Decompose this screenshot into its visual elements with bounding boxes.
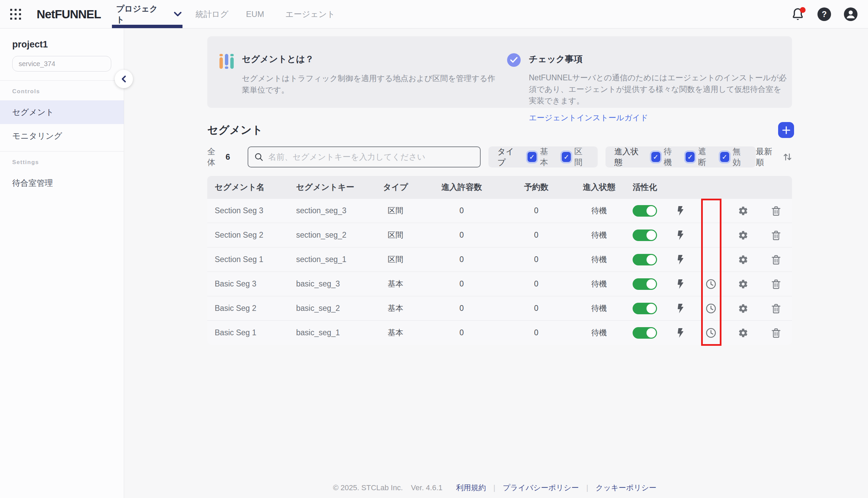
table-row[interactable]: Section Seg 2 section_seg_2 区間 0 0 待機 (207, 223, 792, 247)
filter-checkbox-section[interactable]: ✓ 区間 (562, 146, 589, 168)
lightning-icon[interactable] (677, 254, 684, 265)
gear-icon[interactable] (738, 279, 748, 289)
sidebar-collapse-button[interactable] (115, 70, 133, 88)
apps-grid-glyph (10, 9, 21, 20)
tab-eum[interactable]: EUM (246, 0, 264, 28)
allowed-count-cell: 0 (424, 279, 499, 288)
table-header-row: セグメント名 セグメントキー タイプ 進入許容数 予約数 進入状態 活性化 (207, 176, 792, 198)
col-header-key: セグメントキー (289, 182, 367, 193)
gear-icon[interactable] (738, 254, 748, 265)
table-row[interactable]: Basic Seg 2 basic_seg_2 基本 0 0 待機 (207, 296, 792, 320)
reserved-count-cell: 0 (499, 231, 573, 240)
help-icon[interactable]: ? (817, 7, 831, 21)
allowed-count-cell: 0 (424, 328, 499, 337)
filter-checkbox-blocked[interactable]: ✓ 遮断 (686, 146, 713, 168)
banner-left-desc: セグメントはトラフィック制御を適用する地点および区間を管理する作業単位です。 (242, 73, 500, 96)
trash-icon[interactable] (771, 328, 781, 338)
service-select[interactable]: service_374 (12, 56, 111, 71)
segment-key-cell: basic_seg_1 (289, 328, 367, 337)
col-header-status: 進入状態 (573, 182, 624, 193)
search-input[interactable] (268, 152, 474, 162)
account-icon[interactable] (844, 7, 858, 21)
tab-project[interactable]: プロジェクト (111, 0, 181, 28)
checkbox-checked-icon[interactable]: ✓ (720, 152, 729, 162)
table-row[interactable]: Basic Seg 1 basic_seg_1 基本 0 0 待機 (207, 320, 792, 345)
toggle-knob (647, 279, 656, 289)
col-header-name: セグメント名 (207, 182, 289, 193)
footer-version: Ver. 4.6.1 (411, 483, 443, 492)
lightning-icon[interactable] (677, 279, 684, 289)
trash-icon[interactable] (771, 206, 781, 216)
trash-icon[interactable] (771, 230, 781, 240)
gear-icon[interactable] (738, 206, 748, 216)
active-toggle[interactable] (633, 254, 657, 265)
filter-disabled-label: 無効 (733, 146, 747, 168)
segment-type-cell: 基本 (367, 303, 424, 314)
clock-icon[interactable] (705, 303, 716, 314)
toggle-knob (647, 304, 656, 313)
active-toggle[interactable] (633, 327, 657, 339)
table-row[interactable]: Section Seg 3 section_seg_3 区間 0 0 待機 (207, 198, 792, 223)
lightning-icon[interactable] (677, 230, 684, 240)
tab-project-label: プロジェクト (116, 3, 166, 25)
notification-bell-icon[interactable] (791, 7, 805, 21)
footer-link-terms[interactable]: 利用規約 (456, 483, 486, 493)
trash-icon[interactable] (771, 279, 781, 289)
table-row[interactable]: Section Seg 1 section_seg_1 区間 0 0 待機 (207, 247, 792, 272)
tab-statistics-log[interactable]: 統計ログ (195, 0, 228, 28)
banner-right-title: チェック事項 (529, 53, 788, 65)
trash-icon[interactable] (771, 254, 781, 265)
notification-badge (800, 7, 806, 13)
filter-basic-label: 基本 (540, 146, 555, 168)
trash-icon[interactable] (771, 303, 781, 314)
filter-checkbox-basic[interactable]: ✓ 基本 (528, 146, 555, 168)
gear-icon[interactable] (738, 328, 748, 338)
active-toggle[interactable] (633, 205, 657, 217)
segment-key-cell: basic_seg_2 (289, 304, 367, 313)
apps-grid-icon[interactable] (9, 8, 22, 21)
checkbox-checked-icon[interactable]: ✓ (686, 152, 695, 162)
clock-icon[interactable] (705, 327, 716, 338)
filter-waiting-label: 待機 (664, 146, 678, 168)
reserved-count-cell: 0 (499, 328, 573, 337)
segment-search-box[interactable] (248, 146, 481, 168)
sidebar-item-segment[interactable]: セグメント (0, 100, 124, 124)
footer-link-cookie[interactable]: クッキーポリシー (596, 483, 656, 493)
banner-left-title: セグメントとは？ (242, 53, 500, 65)
filter-checkbox-disabled[interactable]: ✓ 無効 (720, 146, 747, 168)
footer-link-privacy[interactable]: プライバシーポリシー (503, 483, 579, 493)
status-filter-label: 進入状態 (614, 146, 644, 168)
active-toggle[interactable] (633, 303, 657, 314)
checkbox-checked-icon[interactable]: ✓ (651, 152, 660, 162)
filter-section-label: 区間 (574, 146, 589, 168)
lightning-icon[interactable] (677, 206, 684, 216)
add-segment-button[interactable] (778, 122, 794, 138)
clock-icon[interactable] (705, 279, 716, 289)
checkbox-checked-icon[interactable]: ✓ (562, 152, 571, 162)
footer-separator: | (493, 483, 495, 492)
gear-icon[interactable] (738, 230, 748, 240)
gear-icon[interactable] (738, 303, 748, 314)
segment-key-cell: section_seg_3 (289, 206, 367, 215)
segment-heading-row: セグメント (207, 121, 792, 140)
segment-bars-icon (219, 53, 234, 69)
segment-name-cell: Basic Seg 2 (207, 304, 289, 313)
sidebar-item-monitoring[interactable]: モニタリング (0, 124, 124, 148)
sidebar-item-waiting-room[interactable]: 待合室管理 (0, 171, 124, 195)
col-header-type: タイプ (367, 182, 424, 193)
sort-control[interactable]: 最新順 (756, 146, 792, 168)
allowed-count-cell: 0 (424, 206, 499, 215)
lightning-icon[interactable] (677, 328, 684, 338)
tab-agent[interactable]: エージェント (285, 0, 335, 28)
checkbox-checked-icon[interactable]: ✓ (528, 152, 536, 162)
active-toggle[interactable] (633, 230, 657, 241)
table-row[interactable]: Basic Seg 3 basic_seg_3 基本 0 0 待機 (207, 272, 792, 296)
lightning-icon[interactable] (677, 303, 684, 314)
netfunnel-logo: NetFUNNEL (37, 8, 101, 21)
filter-checkbox-waiting[interactable]: ✓ 待機 (651, 146, 678, 168)
service-select-value: service_374 (19, 60, 55, 68)
active-toggle[interactable] (633, 278, 657, 290)
table-body: Section Seg 3 section_seg_3 区間 0 0 待機 (207, 198, 792, 345)
type-filter-group: タイプ ✓ 基本 ✓ 区間 (489, 146, 598, 168)
sidebar-item-segment-label: セグメント (12, 107, 54, 118)
